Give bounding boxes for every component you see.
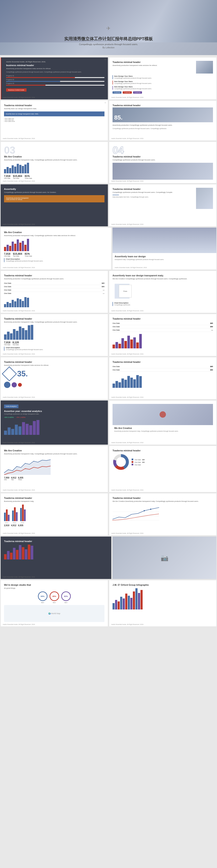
slide-5-photo <box>113 227 216 253</box>
slide-5-right-body: transparent maty. Compellingly synthesiz… <box>115 258 214 261</box>
slide-label-1: martin Essential Inside. All Right Reser… <box>3 97 35 98</box>
slide-10-right: Toaderna minimal header One Date $85 One… <box>109 446 217 492</box>
stat-num-2: $15,804 <box>13 175 22 178</box>
slide-4-left: Assertedly Compellingly synthesize produ… <box>0 184 108 226</box>
bc6-7 <box>19 299 22 307</box>
price-label-2: One Date <box>4 286 11 287</box>
price-label-1: One Date <box>4 282 11 284</box>
slide-7-right-title: Toaderna minimal header <box>113 317 213 320</box>
b8r-6 <box>127 376 130 388</box>
prl-7-3: One Date <box>113 329 120 331</box>
slide-3-left-title: We Are Creative <box>4 155 104 158</box>
bar-10 <box>27 163 29 173</box>
year-1: 2014 <box>5 522 8 523</box>
slide-label-4-left: martin Essential Inside. All Right Reser… <box>3 223 35 225</box>
b7-3 <box>10 333 12 340</box>
slide-5-left: We Are Creative Assertively productise t… <box>0 227 112 270</box>
highlight-box-1: Assertify team our design transparent ma… <box>4 112 104 116</box>
slide-2-right-desc: Compellingly synthesize products through… <box>113 128 213 130</box>
bd-8 <box>29 425 32 435</box>
desc-3-text: Compellingly synthesize products through… <box>114 88 213 90</box>
slide-12-dark: Toaderna minimal header martin Essential… <box>0 536 112 579</box>
bd-9 <box>33 421 36 435</box>
slide-label-6-left: martin Essential Inside. All Right Reser… <box>3 310 35 311</box>
stat-num-10-2: 4,912 <box>11 476 16 479</box>
legend-3: One Date <box>132 464 213 466</box>
bd-1 <box>4 431 7 435</box>
stat-3: 81%Three Date <box>25 175 32 179</box>
stat-num-1: 7,918 <box>4 175 10 178</box>
slide-8-right: Toaderna minimal header One Date $85 One… <box>109 357 217 399</box>
stat-label-2: Two Date <box>13 178 19 179</box>
y1-b3 <box>8 515 9 521</box>
group-y3 <box>20 504 26 521</box>
stats-10: 7,950One 4,912Two 6,835Three <box>4 476 104 480</box>
stat-l-5-2: Two Date <box>13 255 19 257</box>
slide-5-right-title: Assertively team our design <box>115 255 214 258</box>
bar-r5 <box>24 245 27 251</box>
b7-10 <box>31 325 33 340</box>
b7-7 <box>22 328 24 340</box>
hero-credit: By Lollection <box>64 46 153 49</box>
slide-8-left: Toaderna minimal header Assertively prod… <box>0 357 108 399</box>
bd12-4 <box>13 548 16 559</box>
slide-row-11: Toaderna minimal header Businessly produ… <box>0 493 217 536</box>
bd12-7 <box>22 547 24 559</box>
progress-bar-2 <box>6 81 104 82</box>
year-2: 2012 <box>13 522 16 523</box>
hero-page: ✈ 实用清秀微立体工作计划汇报年终总结PPT模板 Compellingly sy… <box>0 0 217 55</box>
bar-chart-13-right <box>113 588 213 610</box>
slide-8-right-title: Toaderna minimal header <box>113 361 213 363</box>
slide-2-left-body: • Item data one• Item data two• Item dat… <box>4 118 104 122</box>
slide-3-right-subtitle: Compellingly synthesize products through… <box>113 159 213 161</box>
slide-6-left-title: Toaderna minimal header <box>4 274 104 277</box>
slide-3-left: 03 We Are Creative Assertively productis… <box>0 142 108 183</box>
prl-8-2: One Date <box>113 369 120 371</box>
stat-5-3: 81%Three Date <box>25 252 32 257</box>
slide-5-right: Assertively team our design transparent … <box>112 227 217 270</box>
circle-2 <box>12 382 17 388</box>
stat-5-2: $15,804Two Date <box>13 252 22 257</box>
slide-row-13: We're design studio that do great things… <box>0 580 217 627</box>
slide-2-left-title: Toaderna minimal header <box>4 104 104 106</box>
line-chart-10 <box>4 458 51 475</box>
slide-2-left: 02 Toaderna minimal header Assertify tea… <box>0 100 108 141</box>
slide-10-left-subtitle: Assertively productise transparent maty.… <box>4 453 104 455</box>
legend-2: One Date $90 <box>132 461 213 463</box>
slide-9-subtitle: Compellingly synthesize our design trans… <box>4 413 104 415</box>
red-ball <box>160 411 166 418</box>
bd12-9 <box>28 545 30 559</box>
stat-7-1: 7,918One Date <box>4 341 10 345</box>
stat-num-11-3: 6,835 <box>18 524 23 527</box>
slide-11-right-title: Toaderna minimal header <box>113 497 213 499</box>
stat-label-1: One Date <box>4 178 10 179</box>
stat-1: 7,918One Date <box>4 175 10 179</box>
slide-5-left-title: We Are Creative <box>4 231 108 234</box>
bd-4 <box>15 425 18 435</box>
bc6-6 <box>17 299 19 307</box>
prl-7-2: One Date <box>113 326 120 328</box>
slide-row-6: Toaderna minimal header Assertively prod… <box>0 270 217 313</box>
slide-10-left: We Are Creative Assertively productise t… <box>0 446 108 492</box>
bar-chart-9-dark <box>4 420 104 435</box>
desc-5-text: Compellingly synthesize products through… <box>6 260 108 262</box>
year-3: 2016 <box>21 522 24 523</box>
bar-r4 <box>19 243 22 251</box>
bd12-8 <box>25 549 27 559</box>
slide-2-right-subtitle: Assertively production Compellingly synt… <box>113 124 213 126</box>
pr7-3: One Date — <box>113 329 213 332</box>
year-chart-11: 2014 2012 2016 <box>4 504 104 523</box>
content-button[interactable]: Business Content Inside <box>6 88 27 92</box>
b13r-8 <box>130 598 132 610</box>
y2-b2 <box>14 507 16 521</box>
slide-8-left-subtitle: Assertively productive transparent meta … <box>4 364 104 366</box>
stat-num-5-3: 81% <box>25 252 32 255</box>
bd12-5 <box>16 550 19 559</box>
tag-2: Customer <box>123 91 132 94</box>
legend-label-2: One Date <box>134 462 141 463</box>
desc-5-title: Chart Description <box>6 258 108 260</box>
bc6-5 <box>14 301 16 307</box>
bar-p3 <box>17 240 19 251</box>
slide-label-12-dark: martin Essential Inside. All Right Reser… <box>3 576 35 578</box>
bd-3 <box>11 429 14 435</box>
